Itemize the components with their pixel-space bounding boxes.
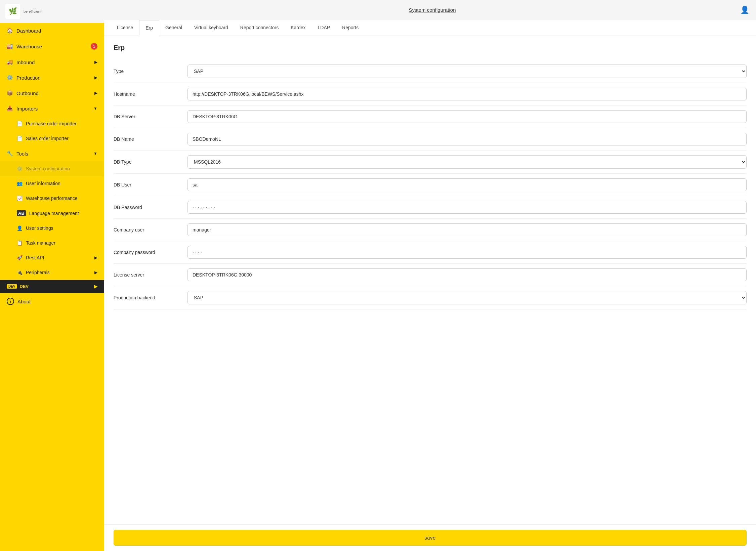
select-production-backend[interactable]: SAPOracleDynamics: [187, 291, 747, 304]
control-company-user: [187, 223, 747, 236]
sidebar-item-label: Tools: [16, 151, 28, 157]
about-icon: i: [7, 298, 14, 305]
logo-icon: 🌿: [5, 4, 20, 19]
sidebar-item-label: Outbound: [16, 90, 39, 96]
label-production-backend: Production backend: [114, 295, 187, 300]
sidebar-item-purchase-order-importer[interactable]: 📄 Purchase order importer: [0, 116, 104, 131]
tabs-bar: LicenseErpGeneralVirtual keyboardReport …: [104, 20, 756, 36]
input-license-server[interactable]: [187, 268, 747, 281]
save-bar: save: [104, 524, 756, 551]
form-row-hostname: Hostname: [114, 83, 747, 105]
control-company-password: [187, 246, 747, 259]
sidebar-item-importers[interactable]: 📥 Importers ▼: [0, 101, 104, 116]
sales-order-icon: 📄: [17, 136, 23, 141]
tab-kardex[interactable]: Kardex: [285, 20, 311, 36]
select-type[interactable]: SAPOracleDynamics: [187, 65, 747, 78]
input-hostname[interactable]: [187, 88, 747, 100]
warehouse-icon: 🏭: [7, 43, 13, 49]
input-db-user[interactable]: [187, 178, 747, 191]
label-license-server: License server: [114, 272, 187, 278]
label-db-user: DB User: [114, 182, 187, 187]
sidebar: 🌿 be efficient 🏠 Dashboard 🏭 Warehouse 1…: [0, 0, 104, 551]
form-row-db-server: DB Server: [114, 105, 747, 128]
tab-report-connectors[interactable]: Report connectors: [234, 20, 285, 36]
tab-erp[interactable]: Erp: [139, 20, 159, 36]
sidebar-item-label: Peripherals: [26, 270, 50, 275]
user-profile-icon[interactable]: 👤: [740, 6, 749, 14]
sidebar-item-warehouse[interactable]: 🏭 Warehouse 1: [0, 38, 104, 54]
input-db-server[interactable]: [187, 110, 747, 123]
sidebar-item-inbound[interactable]: 🚚 Inbound ▶: [0, 54, 104, 70]
task-manager-icon: 📋: [17, 240, 23, 246]
label-company-user: Company user: [114, 227, 187, 232]
label-company-password: Company password: [114, 250, 187, 255]
form-row-license-server: License server: [114, 264, 747, 286]
rest-api-icon: 🚀: [17, 255, 23, 260]
sidebar-item-peripherals[interactable]: 🔌 Peripherals ▶: [0, 265, 104, 280]
control-type: SAPOracleDynamics: [187, 65, 747, 78]
sidebar-item-task-manager[interactable]: 📋 Task manager: [0, 236, 104, 250]
user-settings-icon: 👤: [17, 225, 23, 231]
tab-virtual-keyboard[interactable]: Virtual keyboard: [188, 20, 234, 36]
sidebar-item-language-management[interactable]: AB Language management: [0, 206, 104, 221]
sidebar-item-rest-api[interactable]: 🚀 Rest API ▶: [0, 250, 104, 265]
sidebar-item-dashboard[interactable]: 🏠 Dashboard: [0, 23, 104, 38]
peripherals-arrow-icon: ▶: [94, 270, 97, 275]
main-content: System configuration 👤 LicenseErpGeneral…: [104, 0, 756, 551]
tab-general[interactable]: General: [159, 20, 188, 36]
sidebar-item-label: About: [17, 299, 31, 304]
sidebar-item-system-configuration[interactable]: ⚙️ System configuration: [0, 161, 104, 176]
sidebar-item-label: User information: [26, 181, 60, 186]
sidebar-item-label: Warehouse: [16, 44, 42, 49]
form-row-company-password: Company password: [114, 241, 747, 264]
control-db-user: [187, 178, 747, 191]
dev-section[interactable]: DEV DEV ▶: [0, 280, 104, 293]
save-button[interactable]: save: [114, 530, 747, 546]
tab-reports[interactable]: Reports: [336, 20, 365, 36]
sidebar-item-label: Language management: [29, 211, 79, 216]
dev-label: DEV: [20, 284, 29, 289]
select-db-type[interactable]: MSSQL2016MSSQL2019MySQL: [187, 155, 747, 169]
production-icon: ⚙️: [7, 75, 13, 81]
input-db-name[interactable]: [187, 133, 747, 145]
language-icon: AB: [17, 210, 26, 216]
purchase-order-icon: 📄: [17, 121, 23, 126]
input-company-user[interactable]: [187, 223, 747, 236]
outbound-icon: 📦: [7, 90, 13, 96]
sidebar-item-about[interactable]: i About: [0, 293, 104, 310]
label-db-server: DB Server: [114, 114, 187, 119]
rest-api-arrow-icon: ▶: [94, 255, 97, 260]
input-db-password[interactable]: [187, 201, 747, 214]
form-row-company-user: Company user: [114, 219, 747, 241]
tools-icon: 🔧: [7, 151, 13, 157]
sidebar-item-outbound[interactable]: 📦 Outbound ▶: [0, 85, 104, 101]
production-arrow-icon: ▶: [94, 75, 97, 80]
sidebar-item-user-settings[interactable]: 👤 User settings: [0, 221, 104, 236]
sidebar-item-label: Importers: [16, 106, 38, 112]
tab-license[interactable]: License: [111, 20, 139, 36]
input-company-password[interactable]: [187, 246, 747, 259]
control-hostname: [187, 88, 747, 100]
control-production-backend: SAPOracleDynamics: [187, 291, 747, 304]
label-db-password: DB Password: [114, 205, 187, 210]
sidebar-item-tools[interactable]: 🔧 Tools ▼: [0, 146, 104, 161]
control-db-server: [187, 110, 747, 123]
tab-ldap[interactable]: LDAP: [312, 20, 336, 36]
importers-arrow-icon: ▼: [93, 106, 97, 111]
erp-form: TypeSAPOracleDynamicsHostnameDB ServerDB…: [114, 60, 747, 309]
inbound-arrow-icon: ▶: [94, 60, 97, 65]
form-row-production-backend: Production backendSAPOracleDynamics: [114, 286, 747, 309]
warehouse-badge: 1: [91, 43, 97, 50]
sidebar-item-warehouse-performance[interactable]: 📈 Warehouse performance: [0, 191, 104, 206]
logo-text: be efficient: [24, 9, 41, 13]
sidebar-item-sales-order-importer[interactable]: 📄 Sales order importer: [0, 131, 104, 146]
sidebar-item-user-information[interactable]: 👥 User information: [0, 176, 104, 191]
label-type: Type: [114, 69, 187, 74]
control-db-name: [187, 133, 747, 145]
form-row-db-user: DB User: [114, 174, 747, 196]
sidebar-header: 🌿 be efficient: [0, 0, 104, 23]
sidebar-item-production[interactable]: ⚙️ Production ▶: [0, 70, 104, 85]
warehouse-perf-icon: 📈: [17, 196, 23, 201]
user-info-icon: 👥: [17, 181, 23, 186]
sidebar-item-label: Warehouse performance: [26, 196, 78, 201]
